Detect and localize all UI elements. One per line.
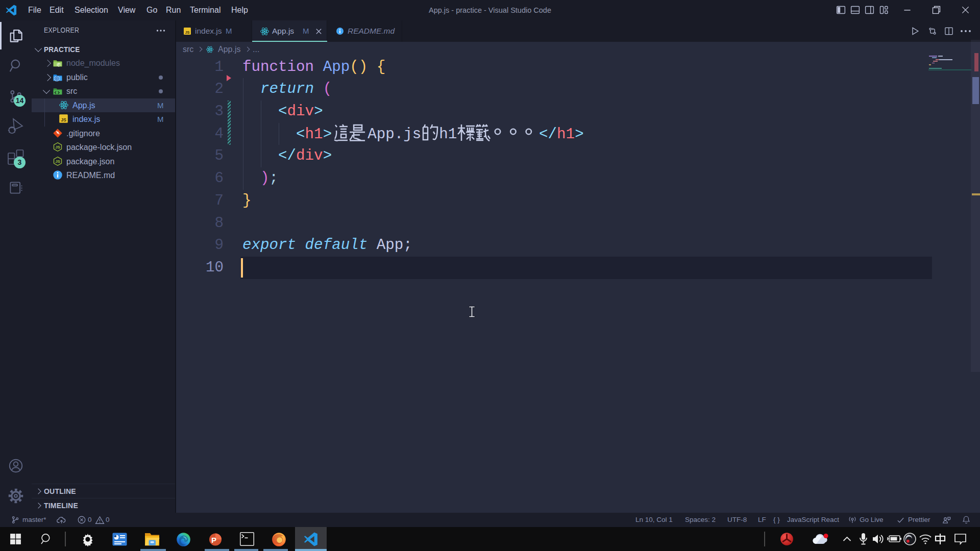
svg-text:JS: JS (61, 117, 66, 122)
svg-text:JS: JS (55, 159, 60, 164)
svg-text:JS: JS (185, 30, 190, 35)
svg-text:P: P (211, 536, 216, 544)
svg-text:JS: JS (55, 145, 60, 149)
